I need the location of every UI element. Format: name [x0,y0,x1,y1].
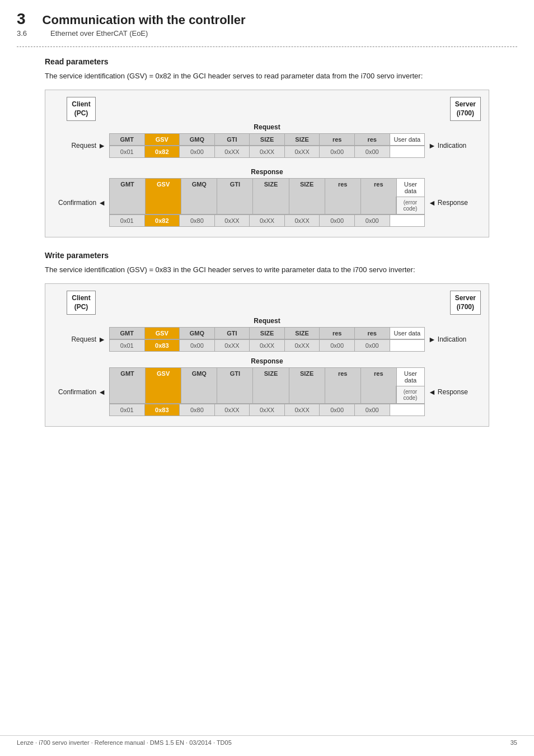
read-req-hdr-gmt: GMT [109,133,145,146]
read-req-val-size1: 0xXX [249,146,285,158]
read-resp-hdr-gti: GTI [217,178,253,214]
write-resp-val-gsv: 0x83 [144,404,180,416]
read-req-val-gti: 0xXX [214,146,250,158]
write-request-label: Request [53,317,481,325]
read-req-val-gmq: 0x00 [179,146,215,158]
write-resp-hdr-size1: SIZE [252,367,289,404]
read-response-label: Response [53,168,481,176]
write-resp-val-gti: 0xXX [214,404,250,416]
write-req-hdr-gti: GTI [214,327,250,339]
write-resp-val-size1: 0xXX [249,404,285,416]
write-req-val-gmq: 0x00 [179,339,215,352]
read-resp-val-gsv: 0x82 [144,214,180,227]
write-resp-hdr-err: (error code) [396,386,425,404]
write-resp-hdr-gmt: GMT [109,367,146,404]
read-resp-val-gmt: 0x01 [109,214,145,227]
write-req-hdr-size2: SIZE [284,327,320,339]
read-resp-hdr-gmt: GMT [109,178,146,214]
read-resp-hdr-gmq: GMQ [181,178,217,214]
read-response-right-label: ◄ Response [425,198,481,207]
read-resp-val-gti: 0xXX [214,214,250,227]
section-number: 3.6 [17,29,34,38]
read-req-val-res1: 0x00 [319,146,355,158]
read-params-diagram: Client(PC) Server(i700) Request Request … [45,90,489,238]
write-params-description: The service identification (GSV) = 0x83 … [45,264,489,276]
read-req-hdr-res1: res [319,133,355,146]
write-req-hdr-gmq: GMQ [179,327,215,339]
write-resp-hdr-gsv: GSV [145,367,181,404]
read-request-label: Request [53,123,481,131]
read-req-hdr-size1: SIZE [249,133,285,146]
write-client-label: Client(PC) [67,291,95,315]
write-req-hdr-res1: res [319,327,355,339]
write-resp-hdr-res2: res [360,367,397,404]
write-req-hdr-ud: User data [390,327,425,339]
write-req-val-gmt: 0x01 [109,339,145,352]
read-req-hdr-gsv: GSV [144,133,180,146]
read-resp-val-size2: 0xXX [284,214,320,227]
client-label: Client(PC) [67,97,95,122]
read-resp-hdr-res1: res [325,178,361,214]
read-req-val-size2: 0xXX [284,146,320,158]
read-params-description: The service identification (GSV) = 0x82 … [45,71,489,82]
write-response-right-label: ◄ Response [425,388,481,396]
read-resp-val-res2: 0x00 [354,214,390,227]
write-resp-val-ud [390,404,425,416]
read-req-hdr-size2: SIZE [284,133,320,146]
write-resp-val-gmq: 0x80 [179,404,215,416]
read-resp-val-ud [390,214,425,227]
page-header: 3 Communication with the controller 3.6 … [0,0,534,41]
write-resp-val-res1: 0x00 [319,404,355,416]
read-resp-hdr-size1: SIZE [252,178,289,214]
read-req-val-gsv: 0x82 [144,146,180,158]
read-req-val-ud [390,146,425,158]
chapter-title: Communication with the controller [43,13,246,27]
main-content: Read parameters The service identificati… [0,57,534,451]
write-resp-hdr-gmq: GMQ [181,367,217,404]
read-request-right-label: ► Indication [425,141,481,150]
page-footer: Lenze · i700 servo inverter · Reference … [0,735,534,746]
divider [17,46,517,47]
write-req-val-res2: 0x00 [354,339,390,352]
read-resp-hdr-err: (error code) [396,197,425,214]
write-response-label: Response [53,357,481,365]
read-req-hdr-gmq: GMQ [179,133,215,146]
read-confirmation-left-label: Confirmation ◄ [53,198,109,207]
read-params-heading: Read parameters [45,57,489,66]
read-resp-hdr-ud: User data [396,178,425,197]
write-req-hdr-gmt: GMT [109,327,145,339]
read-req-hdr-res2: res [354,133,390,146]
read-req-hdr-gti: GTI [214,133,250,146]
read-resp-hdr-res2: res [360,178,397,214]
write-resp-hdr-size2: SIZE [289,367,325,404]
footer-right: 35 [510,739,517,746]
write-req-val-size2: 0xXX [284,339,320,352]
write-req-val-res1: 0x00 [319,339,355,352]
read-req-hdr-ud: User data [390,133,425,146]
write-confirmation-left-label: Confirmation ◄ [53,388,109,396]
write-resp-val-res2: 0x00 [354,404,390,416]
write-req-val-size1: 0xXX [249,339,285,352]
write-request-left-label: Request ► [53,335,109,344]
write-resp-val-gmt: 0x01 [109,404,145,416]
server-label: Server(i700) [450,97,481,122]
chapter-number: 3 [17,10,26,28]
read-req-val-res2: 0x00 [354,146,390,158]
read-resp-hdr-gsv: GSV [145,178,181,214]
write-resp-hdr-gti: GTI [217,367,253,404]
read-resp-val-size1: 0xXX [249,214,285,227]
write-req-hdr-gsv: GSV [144,327,180,339]
read-resp-hdr-size2: SIZE [289,178,325,214]
read-resp-val-res1: 0x00 [319,214,355,227]
write-req-val-gti: 0xXX [214,339,250,352]
read-resp-val-gmq: 0x80 [179,214,215,227]
write-server-label: Server(i700) [450,291,481,315]
write-req-val-ud [390,339,425,352]
write-params-diagram: Client(PC) Server(i700) Request Request … [45,283,489,427]
write-req-hdr-size1: SIZE [249,327,285,339]
section-title: Ethernet over EtherCAT (EoE) [50,29,148,38]
read-request-left-label: Request ► [53,141,109,150]
write-resp-hdr-res1: res [325,367,361,404]
write-resp-val-size2: 0xXX [284,404,320,416]
write-params-heading: Write parameters [45,251,489,260]
